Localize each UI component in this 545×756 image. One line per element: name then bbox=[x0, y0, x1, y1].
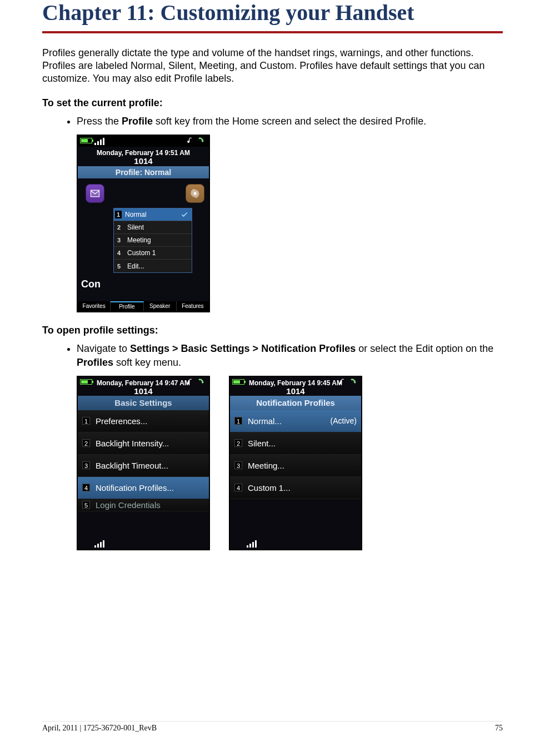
handset-icon bbox=[350, 378, 358, 386]
step-text: soft key from the Home screen and select… bbox=[153, 116, 426, 127]
row-label: Meeting... bbox=[248, 461, 284, 470]
note-icon bbox=[187, 137, 194, 145]
list-item-selected: 4Notification Profiles... bbox=[78, 477, 209, 499]
row-index: 1 bbox=[82, 417, 90, 425]
intro-paragraph: Profiles generally dictate the type and … bbox=[42, 47, 503, 85]
popup-label: Custom 1 bbox=[127, 249, 156, 257]
row-index: 4 bbox=[234, 484, 242, 491]
figure-profile-popup: Monday, February 14 9:51 AM 1014 Profile… bbox=[77, 135, 503, 312]
status-icons bbox=[187, 137, 206, 145]
settings-icon bbox=[186, 184, 204, 203]
popup-label: Meeting bbox=[127, 236, 151, 244]
step-bold: Profile bbox=[122, 116, 153, 127]
step-list-1: Press the Profile soft key from the Home… bbox=[42, 115, 503, 128]
row-index: 2 bbox=[82, 439, 90, 447]
step-text: Navigate to bbox=[77, 343, 130, 354]
row-index: 4 bbox=[82, 484, 90, 491]
status-bar bbox=[78, 136, 209, 147]
row-suffix: (Active) bbox=[331, 416, 357, 425]
list-item: 4Custom 1... bbox=[230, 477, 361, 499]
row-label: Custom 1... bbox=[248, 483, 291, 493]
step-bold: Settings > Basic Settings > Notification… bbox=[130, 343, 356, 354]
settings-list: 1Preferences... 2Backlight Intensity... … bbox=[78, 410, 209, 511]
status-icons bbox=[187, 378, 206, 386]
handset-icon bbox=[198, 378, 206, 386]
section-heading-set-profile: To set the current profile: bbox=[42, 97, 503, 109]
softkey-favorites: Favorites bbox=[78, 301, 111, 311]
extension: 1014 bbox=[230, 386, 361, 396]
step-text: or select the Edit option on the bbox=[356, 343, 493, 354]
popup-index: 4 bbox=[117, 250, 124, 256]
date-line: Monday, February 14 9:51 AM bbox=[78, 147, 209, 157]
list-item: 1Preferences... bbox=[78, 410, 209, 432]
background-text: Con bbox=[81, 278, 101, 290]
phone-mock-notification-profiles: Monday, February 14 9:45 AM 1014 Notific… bbox=[229, 376, 362, 550]
status-icons bbox=[339, 378, 358, 386]
chapter-title: Chapter 11: Customizing your Handset bbox=[42, 0, 503, 29]
row-index: 3 bbox=[82, 461, 90, 469]
list-item: 5Login Credentials bbox=[78, 499, 209, 511]
row-label: Notification Profiles... bbox=[96, 483, 174, 493]
list-item-selected: 1Normal...(Active) bbox=[230, 410, 361, 432]
profiles-list: 1Normal...(Active) 2Silent... 3Meeting..… bbox=[230, 410, 361, 499]
note-icon bbox=[187, 378, 194, 386]
battery-icon bbox=[232, 379, 244, 385]
popup-label: Edit... bbox=[127, 262, 144, 270]
list-item: 2Silent... bbox=[230, 432, 361, 455]
screen-title: Notification Profiles bbox=[230, 396, 361, 410]
row-label: Silent... bbox=[248, 439, 276, 448]
list-item: 3Backlight Timeout... bbox=[78, 455, 209, 477]
section-heading-open-settings: To open profile settings: bbox=[42, 325, 503, 336]
softkey-bar: Favorites Profile Speaker Features bbox=[78, 301, 209, 311]
softkey-speaker: Speaker bbox=[144, 301, 177, 311]
profile-popup: 1 Normal 2Silent 3Meeting 4Custom 1 5Edi… bbox=[113, 208, 192, 273]
row-index: 1 bbox=[234, 417, 242, 425]
checkmark-icon bbox=[181, 211, 188, 218]
popup-item-silent: 2Silent bbox=[114, 221, 192, 234]
popup-index: 5 bbox=[117, 263, 124, 270]
extension: 1014 bbox=[78, 156, 209, 166]
title-underline bbox=[42, 31, 503, 33]
battery-icon bbox=[80, 138, 92, 143]
list-item: 2Backlight Intensity... bbox=[78, 432, 209, 455]
phone-mock-profile: Monday, February 14 9:51 AM 1014 Profile… bbox=[77, 135, 210, 312]
step-bold: Profiles bbox=[77, 357, 113, 368]
messages-icon bbox=[86, 184, 104, 203]
step-2: Navigate to Settings > Basic Settings > … bbox=[77, 342, 503, 369]
popup-label: Silent bbox=[127, 223, 144, 231]
extension: 1014 bbox=[78, 386, 209, 396]
popup-index: 1 bbox=[115, 211, 122, 218]
popup-item-edit: 5Edit... bbox=[114, 260, 192, 272]
popup-index: 2 bbox=[117, 224, 124, 231]
row-label: Preferences... bbox=[96, 416, 147, 426]
softkey-profile: Profile bbox=[111, 301, 143, 311]
row-index: 5 bbox=[82, 501, 90, 509]
popup-index: 3 bbox=[117, 237, 124, 243]
figures-row: Monday, February 14 9:47 AM 1014 Basic S… bbox=[77, 376, 503, 550]
softkey-features: Features bbox=[177, 301, 209, 311]
phone-mock-basic-settings: Monday, February 14 9:47 AM 1014 Basic S… bbox=[77, 376, 210, 550]
row-label: Normal... bbox=[248, 416, 282, 426]
row-label: Backlight Intensity... bbox=[96, 439, 169, 448]
popup-item-custom1: 4Custom 1 bbox=[114, 247, 192, 260]
footer-left: April, 2011 | 1725-36720-001_RevB bbox=[42, 724, 157, 733]
step-list-2: Navigate to Settings > Basic Settings > … bbox=[42, 342, 503, 369]
signal-icon bbox=[94, 540, 107, 548]
step-text: Press the bbox=[77, 116, 122, 127]
page-footer: April, 2011 | 1725-36720-001_RevB 75 bbox=[42, 721, 503, 733]
popup-label: Normal bbox=[125, 211, 147, 218]
home-icons bbox=[86, 184, 204, 203]
row-index: 3 bbox=[234, 461, 242, 469]
step-text: soft key menu. bbox=[113, 357, 181, 368]
handset-icon bbox=[198, 137, 206, 145]
row-label: Login Credentials bbox=[96, 500, 161, 510]
row-index: 2 bbox=[234, 439, 242, 447]
popup-item-normal: 1 Normal bbox=[114, 208, 192, 221]
note-icon bbox=[339, 378, 347, 386]
battery-icon bbox=[80, 379, 92, 385]
row-label: Backlight Timeout... bbox=[96, 461, 168, 470]
list-item: 3Meeting... bbox=[230, 455, 361, 477]
screen-title: Basic Settings bbox=[78, 396, 209, 410]
popup-item-meeting: 3Meeting bbox=[114, 234, 192, 247]
profile-bar: Profile: Normal bbox=[78, 166, 209, 178]
